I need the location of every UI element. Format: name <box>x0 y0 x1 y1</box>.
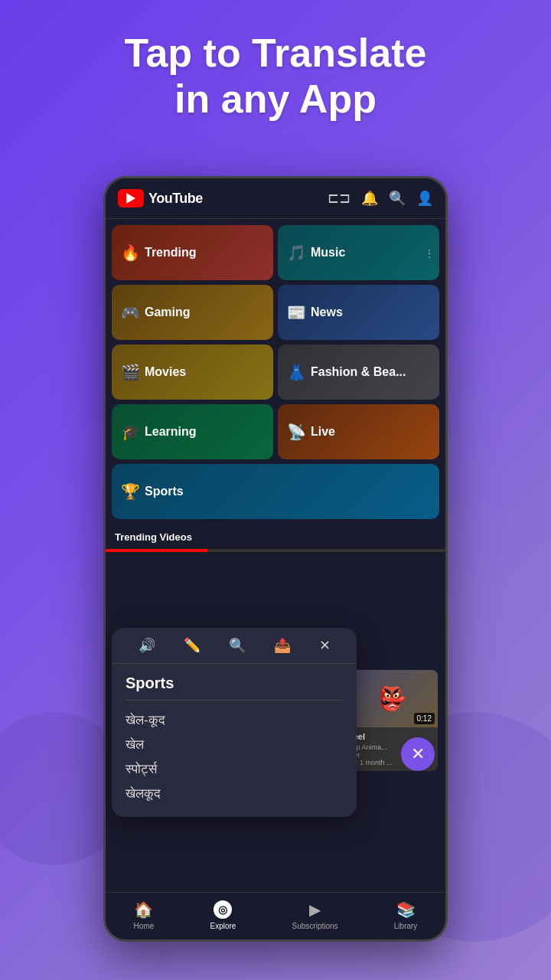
trending-videos-bar: Trending Videos <box>106 525 445 549</box>
trending-videos-label: Trending Videos <box>115 531 192 543</box>
explore-nav-icon: ◎ <box>214 900 232 919</box>
movies-icon: 🎬 <box>121 363 140 381</box>
trending-icon: 🔥 <box>121 243 140 262</box>
bell-icon[interactable]: 🔔 <box>361 190 378 207</box>
trending-name: Trending <box>145 246 197 260</box>
cat-label-learning: 🎓 Learning <box>112 423 206 441</box>
youtube-header: YouTube ⊏⊐ 🔔 🔍 👤 <box>106 178 445 219</box>
category-gaming[interactable]: 🎮 Gaming <box>112 285 273 340</box>
youtube-logo[interactable]: YouTube <box>118 189 203 207</box>
translation-popup: 🔊 ✏️ 🔍 📤 ✕ Sports खेल-कूद खेल स्पोर्ट्स … <box>112 628 357 817</box>
cat-label-trending: 🔥 Trending <box>112 243 206 262</box>
search-icon[interactable]: 🔍 <box>389 190 406 207</box>
popup-tool-share[interactable]: 📤 <box>274 637 291 654</box>
live-icon: 📡 <box>287 423 306 441</box>
popup-tool-search[interactable]: 🔍 <box>229 637 246 654</box>
learning-name: Learning <box>145 425 197 439</box>
fashion-name: Fashion & Bea... <box>311 365 406 379</box>
subscriptions-nav-icon: ▶ <box>309 900 321 919</box>
gaming-icon: 🎮 <box>121 303 140 322</box>
cat-label-music: 🎵 Music <box>278 243 354 262</box>
nav-home[interactable]: 🏠 Home <box>134 900 155 930</box>
progress-bar-container <box>106 549 445 552</box>
phone-mockup: YouTube ⊏⊐ 🔔 🔍 👤 🔥 Trending 🎵 Music <box>103 176 448 942</box>
side-video-thumbnail: 👺 0:12 <box>346 670 438 727</box>
music-name: Music <box>311 246 345 260</box>
cat-label-live: 📡 Live <box>278 423 344 441</box>
cat-label-movies: 🎬 Movies <box>112 363 195 381</box>
video-duration: 0:12 <box>414 713 435 724</box>
bottom-nav: 🏠 Home ◎ Explore ▶ Subscriptions 📚 Libra… <box>106 892 445 939</box>
popup-content: Sports खेल-कूद खेल स्पोर्ट्स खेलकूद <box>112 664 357 817</box>
home-nav-label: Home <box>134 922 155 930</box>
title-line1: Tap to Translate <box>125 31 427 75</box>
nav-explore[interactable]: ◎ Explore <box>210 900 236 930</box>
category-sports[interactable]: 🏆 Sports <box>112 464 439 519</box>
live-name: Live <box>311 425 335 439</box>
library-nav-icon: 📚 <box>396 900 416 919</box>
popup-toolbar: 🔊 ✏️ 🔍 📤 ✕ <box>112 628 357 664</box>
home-nav-icon: 🏠 <box>134 900 153 919</box>
cat-label-sports: 🏆 Sports <box>112 482 193 501</box>
category-movies[interactable]: 🎬 Movies <box>112 345 273 400</box>
popup-translation-0[interactable]: खेल-कूद <box>126 708 343 733</box>
popup-source-word: Sports <box>126 675 343 701</box>
category-trending[interactable]: 🔥 Trending <box>112 225 273 280</box>
category-live[interactable]: 📡 Live <box>278 404 439 459</box>
learning-icon: 🎓 <box>121 423 140 441</box>
header-section: Tap to Translate in any App <box>0 0 551 145</box>
popup-translation-2[interactable]: स्पोर्ट्स <box>126 757 343 782</box>
progress-bar <box>106 549 207 552</box>
gaming-name: Gaming <box>145 305 191 319</box>
cat-label-gaming: 🎮 Gaming <box>112 303 200 322</box>
account-icon[interactable]: 👤 <box>416 190 433 207</box>
explore-nav-label: Explore <box>210 922 236 930</box>
youtube-logo-icon <box>118 189 144 207</box>
cat-label-fashion: 👗 Fashion & Bea... <box>278 363 415 381</box>
movies-name: Movies <box>145 365 186 379</box>
news-icon: 📰 <box>287 303 306 322</box>
header-title: Tap to Translate in any App <box>46 31 505 122</box>
nav-library[interactable]: 📚 Library <box>394 900 418 930</box>
cast-icon[interactable]: ⊏⊐ <box>328 190 350 207</box>
youtube-logo-text: YouTube <box>148 191 203 207</box>
popup-tool-edit[interactable]: ✏️ <box>184 637 201 654</box>
fashion-icon: 👗 <box>287 363 306 381</box>
category-music[interactable]: 🎵 Music <box>278 225 439 280</box>
sports-name: Sports <box>145 485 184 498</box>
youtube-header-icons: ⊏⊐ 🔔 🔍 👤 <box>328 190 433 207</box>
cat-label-news: 📰 News <box>278 303 352 322</box>
more-options-icon[interactable]: ⋮ <box>424 247 435 260</box>
nav-subscriptions[interactable]: ▶ Subscriptions <box>292 900 338 930</box>
news-name: News <box>311 305 343 319</box>
subscriptions-nav-label: Subscriptions <box>292 922 338 930</box>
close-button[interactable]: ✕ <box>401 737 435 771</box>
library-nav-label: Library <box>394 922 418 930</box>
category-fashion[interactable]: 👗 Fashion & Bea... <box>278 345 439 400</box>
title-line2: in any App <box>174 77 377 121</box>
popup-translation-3[interactable]: खेलकूद <box>126 782 343 806</box>
music-icon: 🎵 <box>287 243 306 262</box>
category-grid: 🔥 Trending 🎵 Music 🎮 Gaming 📰 News <box>106 219 445 525</box>
popup-tool-close[interactable]: ✕ <box>319 637 331 654</box>
category-learning[interactable]: 🎓 Learning <box>112 404 273 459</box>
category-news[interactable]: 📰 News <box>278 285 439 340</box>
popup-translation-1[interactable]: खेल <box>126 733 343 757</box>
sports-icon: 🏆 <box>121 482 140 501</box>
popup-tool-speaker[interactable]: 🔊 <box>139 637 155 654</box>
